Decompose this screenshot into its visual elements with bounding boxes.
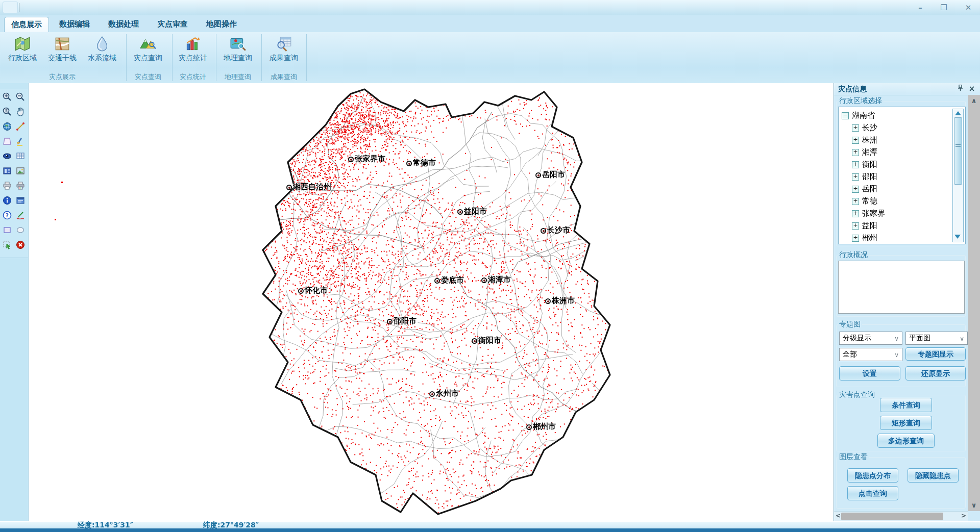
pin-icon[interactable] <box>955 85 965 93</box>
tab-2[interactable]: 数据编辑 <box>50 17 99 32</box>
tab-3[interactable]: 数据处理 <box>99 17 148 32</box>
tool-grid[interactable] <box>14 149 27 163</box>
tree-node-7[interactable]: +常德 <box>852 195 877 207</box>
thematic-show-button[interactable]: 专题图显示 <box>905 347 966 361</box>
tool-image[interactable] <box>14 164 27 178</box>
tree-node-label[interactable]: 衡阳 <box>862 160 877 169</box>
tool-ellipse-select[interactable] <box>14 223 27 237</box>
tool-globe[interactable] <box>1 120 13 133</box>
tree-node-label[interactable]: 张家界 <box>862 209 885 218</box>
restore-button[interactable]: ❐ <box>935 2 952 13</box>
polygon-query-button[interactable]: 多边形查询 <box>877 434 935 448</box>
tree-scroll-thumb[interactable] <box>954 117 962 185</box>
tool-window[interactable] <box>14 194 27 207</box>
tree-node-label[interactable]: 邵阳 <box>862 172 877 181</box>
disaster-query-icon <box>139 35 157 53</box>
tree-node-label[interactable]: 郴州 <box>862 233 877 242</box>
tree-node-label[interactable]: 长沙 <box>862 123 877 132</box>
thematic-scope-select[interactable]: 全部∨ <box>839 348 902 361</box>
map-view[interactable]: 张家界市常德市岳阳市湘西自治州益阳市长沙市娄底市湘潭市怀化市株洲市邵阳市衡阳市永… <box>28 83 834 521</box>
tree-node-5[interactable]: +邵阳 <box>852 170 877 183</box>
expand-icon[interactable]: + <box>852 149 859 156</box>
tool-zoom-extent[interactable] <box>1 105 13 118</box>
tree-scrollbar[interactable] <box>952 109 964 242</box>
ribbon-button-disaster-query[interactable]: 灾点查询 <box>128 34 168 70</box>
tool-clear-page[interactable] <box>1 135 13 148</box>
tree-node-label[interactable]: 岳阳 <box>862 184 877 193</box>
restore-display-button[interactable]: 还原显示 <box>905 366 966 381</box>
settings-button[interactable]: 设置 <box>839 366 900 381</box>
tree-node-label[interactable]: 湘潭 <box>862 147 877 157</box>
expand-icon[interactable]: + <box>852 235 859 242</box>
ribbon-button-result-query[interactable]: 成果查询 <box>263 34 304 70</box>
overview-textbox[interactable] <box>838 261 965 314</box>
expand-icon[interactable]: + <box>852 198 859 205</box>
tool-sketch[interactable] <box>14 209 27 222</box>
tree-node-label[interactable]: 湖南省 <box>852 111 875 120</box>
condition-query-button[interactable]: 条件查询 <box>880 398 932 412</box>
ribbon-button-geo-query[interactable]: 地理查询 <box>217 34 258 70</box>
tree-node-8[interactable]: +张家界 <box>852 207 885 219</box>
tree-node-10[interactable]: +郴州 <box>852 232 877 244</box>
tool-print[interactable] <box>1 179 13 192</box>
expand-icon[interactable]: + <box>852 222 859 230</box>
tree-scroll-down-icon[interactable] <box>954 235 961 239</box>
collapse-icon[interactable]: − <box>842 112 849 119</box>
info-icon <box>2 195 12 206</box>
rectangle-query-button[interactable]: 矩形查询 <box>880 416 932 430</box>
panel-horizontal-scrollbar[interactable]: < > <box>834 511 968 522</box>
scroll-up-icon[interactable]: ∧ <box>968 97 980 105</box>
tab-4[interactable]: 灾点审查 <box>148 17 197 32</box>
expand-icon[interactable]: + <box>852 124 859 132</box>
tool-pan[interactable] <box>14 105 27 118</box>
tab-5[interactable]: 地图操作 <box>197 17 246 32</box>
ribbon-button-admin-region[interactable]: 行政区域 <box>2 34 43 70</box>
ribbon-button-disaster-stats[interactable]: 灾点统计 <box>173 34 213 70</box>
tool-zoom-out[interactable] <box>14 90 27 104</box>
click-query-button[interactable]: 点击查询 <box>847 486 898 500</box>
tool-help[interactable]: ? <box>1 209 13 222</box>
tree-node-root[interactable]: −湖南省 <box>842 109 875 121</box>
tree-node-3[interactable]: +湘潭 <box>852 146 877 158</box>
tree-node-6[interactable]: +岳阳 <box>852 183 877 195</box>
tool-brush[interactable] <box>14 135 27 148</box>
close-button[interactable]: ✕ <box>960 2 977 13</box>
scroll-left-icon[interactable]: < <box>836 512 841 519</box>
tool-rect-select[interactable] <box>1 223 13 237</box>
tool-layout[interactable] <box>1 164 13 178</box>
expand-icon[interactable]: + <box>852 210 859 217</box>
tree-node-label[interactable]: 株洲 <box>862 135 877 144</box>
tree-node-label[interactable]: 常德 <box>862 196 877 206</box>
tab-1[interactable]: 信息展示 <box>4 17 49 32</box>
expand-icon[interactable]: + <box>852 186 859 193</box>
panel-close-icon[interactable]: × <box>967 85 976 93</box>
tool-print-color[interactable] <box>14 179 27 192</box>
hscroll-thumb[interactable] <box>841 513 943 520</box>
tool-info[interactable] <box>1 194 13 207</box>
hazard-distribution-button[interactable]: 隐患点分布 <box>847 468 898 483</box>
tree-node-label[interactable]: 益阳 <box>862 221 877 230</box>
panel-vertical-scrollbar[interactable]: ∧ ∨ <box>968 95 980 511</box>
tool-eye[interactable] <box>1 149 13 163</box>
tool-delete[interactable] <box>14 238 27 251</box>
hide-hazard-button[interactable]: 隐藏隐患点 <box>908 468 959 483</box>
tree-node-4[interactable]: +衡阳 <box>852 158 877 170</box>
tool-pointer-select[interactable] <box>1 238 13 251</box>
tree-scroll-up-icon[interactable] <box>955 111 961 115</box>
tool-zoom-in[interactable] <box>1 90 13 104</box>
region-tree[interactable]: −湖南省+长沙+株洲+湘潭+衡阳+邵阳+岳阳+常德+张家界+益阳+郴州 <box>838 107 966 244</box>
thematic-mode-select[interactable]: 分级显示∨ <box>839 332 902 345</box>
expand-icon[interactable]: + <box>852 161 859 168</box>
tree-node-2[interactable]: +株洲 <box>852 134 877 146</box>
minimize-button[interactable]: – <box>912 2 929 13</box>
expand-icon[interactable]: + <box>852 173 859 181</box>
expand-icon[interactable]: + <box>852 137 859 144</box>
tree-node-9[interactable]: +益阳 <box>852 219 877 232</box>
scroll-right-icon[interactable]: > <box>961 512 966 519</box>
scroll-down-icon[interactable]: ∨ <box>968 501 980 509</box>
tree-node-1[interactable]: +长沙 <box>852 121 877 134</box>
ribbon-button-water-system[interactable]: 水系流域 <box>82 34 122 70</box>
thematic-type-select[interactable]: 平面图∨ <box>905 332 968 345</box>
ribbon-button-traffic-lines[interactable]: 交通干线 <box>42 34 83 70</box>
tool-measure[interactable] <box>14 120 27 133</box>
